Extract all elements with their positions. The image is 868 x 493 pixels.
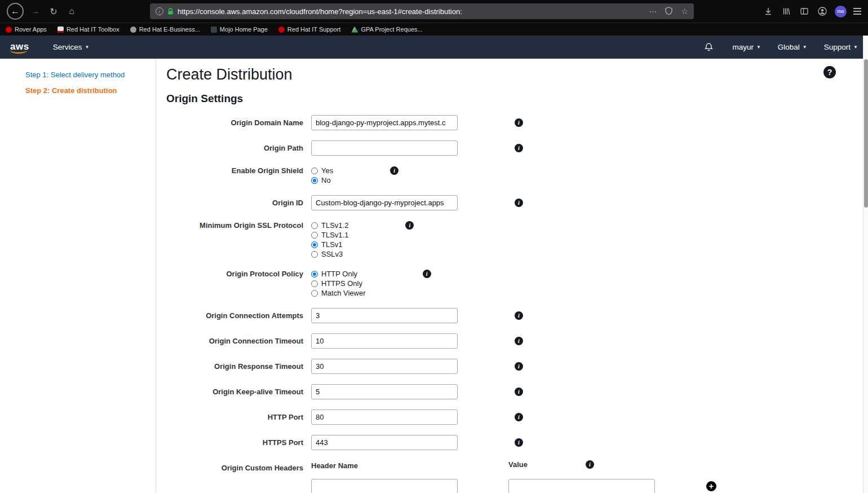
- user-menu[interactable]: mayur ▼: [732, 43, 760, 51]
- row-enable-origin-shield: Enable Origin Shield Yes No i: [166, 166, 868, 185]
- sidebar-step-2[interactable]: Step 2: Create distribution: [25, 86, 156, 95]
- scrollbar-track[interactable]: [863, 36, 868, 493]
- favicon-mojo-home-page: [211, 27, 217, 33]
- region-menu[interactable]: Global ▼: [778, 43, 807, 51]
- site-info-icon[interactable]: i: [156, 7, 163, 15]
- origin-connection-timeout-input[interactable]: [311, 333, 458, 349]
- field-label: Origin Response Timeout: [166, 359, 303, 374]
- info-icon[interactable]: i: [390, 166, 398, 175]
- info-icon[interactable]: i: [515, 199, 523, 207]
- radio-icon[interactable]: [311, 271, 318, 278]
- info-icon[interactable]: i: [515, 118, 523, 127]
- radio-icon[interactable]: [311, 290, 318, 297]
- origin-response-timeout-input[interactable]: [311, 359, 458, 374]
- radio-icon[interactable]: [311, 232, 318, 239]
- account-icon[interactable]: [816, 5, 829, 18]
- protocol-http-only-option[interactable]: HTTP Only: [311, 269, 366, 279]
- origin-keepalive-timeout-input[interactable]: [311, 384, 458, 399]
- info-icon[interactable]: i: [423, 270, 431, 278]
- http-port-input[interactable]: [311, 410, 458, 425]
- bookmark-redhat-it-toolbox[interactable]: Red Hat IT Toolbox: [57, 26, 119, 33]
- origin-shield-no-option[interactable]: No: [311, 175, 333, 185]
- library-icon[interactable]: [780, 5, 793, 18]
- row-origin-keepalive-timeout: Origin Keep-alive Timeout i: [166, 384, 868, 399]
- origin-domain-name-input[interactable]: [311, 115, 458, 130]
- info-icon[interactable]: i: [586, 460, 594, 469]
- field-label: Origin Domain Name: [166, 115, 303, 130]
- region-label: Global: [778, 43, 800, 51]
- origin-shield-yes-option[interactable]: Yes: [311, 166, 333, 175]
- ssl-tlsv1-option[interactable]: TLSv1: [311, 240, 348, 249]
- favicon-rover-apps: [6, 27, 12, 33]
- bookmark-star-icon[interactable]: ☆: [681, 7, 688, 16]
- sidebar-step-1[interactable]: Step 1: Select delivery method: [25, 71, 156, 79]
- favicon-redhat-it-toolbox: [57, 27, 64, 33]
- chevron-down-icon: ▼: [803, 45, 807, 50]
- support-menu[interactable]: Support ▼: [824, 43, 858, 51]
- home-button[interactable]: ⌂: [64, 4, 79, 19]
- field-label: Origin Keep-alive Timeout: [166, 384, 303, 399]
- back-button[interactable]: ←: [7, 3, 24, 20]
- info-icon[interactable]: i: [515, 388, 523, 396]
- forward-button[interactable]: →: [28, 4, 43, 19]
- bookmark-mojo-home-page[interactable]: Mojo Home Page: [211, 26, 268, 33]
- help-icon[interactable]: ?: [823, 66, 836, 78]
- info-icon[interactable]: i: [515, 438, 523, 447]
- page-actions-icon[interactable]: ⋯: [649, 7, 657, 16]
- row-http-port: HTTP Port i: [166, 410, 868, 425]
- radio-icon[interactable]: [311, 177, 318, 184]
- services-menu[interactable]: Services ▼: [53, 43, 90, 51]
- sidebar-toggle-icon[interactable]: [798, 5, 811, 18]
- origin-connection-attempts-input[interactable]: [311, 308, 458, 323]
- aws-logo[interactable]: aws: [10, 41, 29, 54]
- origin-id-input[interactable]: [311, 195, 458, 210]
- ssl-tlsv11-option[interactable]: TLSv1.1: [311, 230, 348, 240]
- add-header-button[interactable]: +: [706, 481, 716, 491]
- protocol-match-viewer-option[interactable]: Match Viewer: [311, 288, 366, 298]
- user-label: mayur: [732, 43, 754, 51]
- radio-icon[interactable]: [311, 251, 318, 258]
- section-title-origin-settings: Origin Settings: [166, 93, 868, 105]
- info-icon[interactable]: i: [515, 144, 523, 152]
- radio-icon[interactable]: [311, 168, 318, 174]
- create-distribution-form: Origin Domain Name i Origin Path i Enabl…: [166, 115, 868, 493]
- url-bar[interactable]: i https://console.aws.amazon.com/cloudfr…: [150, 3, 694, 19]
- row-https-port: HTTPS Port i: [166, 435, 868, 450]
- info-icon[interactable]: i: [515, 311, 523, 320]
- protocol-https-only-option[interactable]: HTTPS Only: [311, 279, 366, 288]
- bookmark-rover-apps[interactable]: Rover Apps: [6, 26, 47, 33]
- info-icon[interactable]: i: [515, 362, 523, 371]
- radio-icon[interactable]: [311, 241, 318, 248]
- notifications-bell-icon[interactable]: [702, 41, 715, 54]
- info-icon[interactable]: i: [405, 221, 414, 230]
- url-text[interactable]: https://console.aws.amazon.com/cloudfron…: [178, 7, 644, 16]
- bookmark-redhat-ebusiness[interactable]: Red Hat E-Business...: [130, 26, 200, 33]
- info-icon[interactable]: i: [515, 413, 523, 421]
- favicon-redhat-ebusiness: [130, 27, 136, 33]
- field-label: Minimum Origin SSL Protocol: [166, 221, 303, 259]
- tracking-protection-icon[interactable]: [665, 7, 672, 16]
- custom-header-value-input[interactable]: [508, 479, 655, 493]
- custom-header-name-input[interactable]: [311, 479, 458, 493]
- download-icon[interactable]: [761, 5, 775, 18]
- bookmark-gpa-project-request[interactable]: GPA Project Reques...: [351, 26, 422, 33]
- radio-label: No: [321, 176, 331, 184]
- favicon-gpa-project-request: [351, 27, 358, 33]
- row-origin-connection-timeout: Origin Connection Timeout i: [166, 333, 868, 349]
- main-content: Create Distribution ? Origin Settings Or…: [156, 59, 868, 493]
- radio-label: TLSv1.2: [321, 221, 348, 230]
- profile-avatar[interactable]: me: [835, 6, 847, 17]
- bookmark-redhat-it-support[interactable]: Red Hat IT Support: [278, 26, 341, 33]
- https-port-input[interactable]: [311, 435, 458, 450]
- ssl-sslv3-option[interactable]: SSLv3: [311, 249, 348, 259]
- menu-icon[interactable]: [853, 8, 861, 15]
- origin-path-input[interactable]: [311, 140, 458, 156]
- aws-navbar: aws Services ▼ mayur ▼ Global ▼ Support …: [0, 36, 868, 59]
- radio-icon[interactable]: [311, 280, 318, 287]
- ssl-tlsv12-option[interactable]: TLSv1.2: [311, 221, 348, 230]
- info-icon[interactable]: i: [515, 337, 523, 345]
- radio-icon[interactable]: [311, 222, 318, 229]
- reload-button[interactable]: ↻: [46, 4, 61, 19]
- scrollbar-thumb[interactable]: [864, 59, 868, 208]
- header-name-column-label: Header Name: [311, 461, 358, 470]
